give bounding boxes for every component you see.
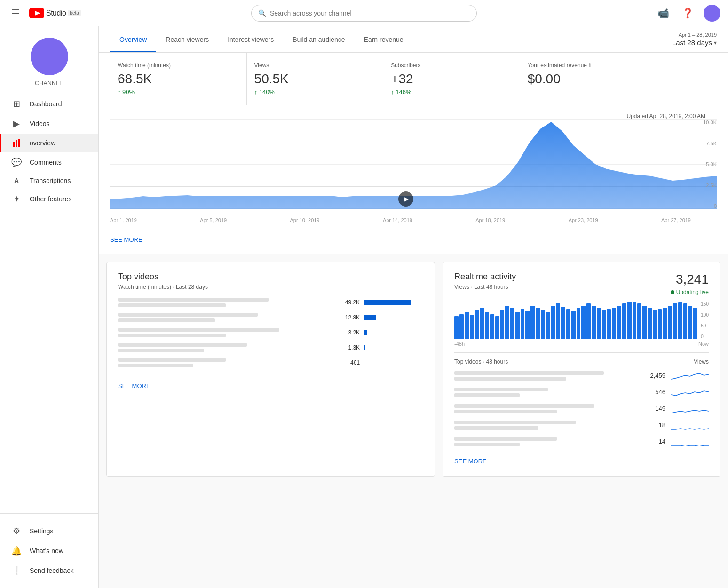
realtime-bar: [561, 307, 565, 339]
metric-views[interactable]: Views 50.5K ↑ 140%: [247, 53, 384, 105]
nav-left: ☰ Studio beta: [8, 4, 251, 23]
metric-label: Watch time (minutes): [118, 62, 239, 69]
user-avatar[interactable]: [704, 5, 720, 22]
search-icon: 🔍: [258, 9, 266, 17]
realtime-bar: [633, 302, 637, 339]
video-bar-container: 3.2K: [339, 329, 423, 336]
video-thumbnail: [118, 298, 333, 307]
sidebar-item-other[interactable]: ✦ Other features: [0, 189, 98, 209]
tab-interest[interactable]: Interest viewers: [218, 28, 283, 52]
top-videos-see-more[interactable]: SEE MORE: [118, 381, 150, 391]
top-videos-rt-header: Top videos · 48 hours Views: [454, 358, 709, 365]
realtime-bar: [683, 303, 688, 339]
channel-avatar[interactable]: [31, 38, 68, 75]
sidebar-item-label: Transcriptions: [30, 177, 71, 184]
sidebar-item-label: overview: [30, 139, 55, 147]
rt-video-count: 2,459: [647, 372, 665, 379]
chart-section: 0 2.5K 5.0K 7.5K 10.0K Apr 1, 2019 Apr 5…: [99, 119, 728, 254]
realtime-bar: [525, 311, 530, 339]
channel-label: Channel: [35, 80, 63, 87]
hamburger-icon[interactable]: ☰: [8, 4, 24, 23]
rt-video-count: 14: [647, 438, 665, 445]
realtime-bar: [642, 306, 647, 339]
beta-badge: beta: [68, 10, 80, 16]
analytics-icon: [11, 138, 22, 148]
sidebar-item-settings[interactable]: ⚙ Settings: [0, 521, 98, 541]
analytics-header: Overview Reach viewers Interest viewers …: [99, 26, 728, 53]
video-bar: [364, 300, 411, 305]
svg-rect-4: [18, 139, 20, 147]
logo: Studio beta: [29, 8, 81, 18]
realtime-bar: [485, 312, 489, 339]
date-selector[interactable]: Apr 1 – 28, 2019 Last 28 days ▾: [672, 26, 717, 52]
realtime-bar: [546, 312, 550, 339]
tab-reach[interactable]: Reach viewers: [156, 28, 218, 52]
metric-change: ↑ 140%: [254, 88, 376, 95]
realtime-see-more[interactable]: SEE MORE: [454, 456, 487, 467]
sidebar-item-analytics[interactable]: overview: [0, 134, 98, 152]
metric-change: ↑ 90%: [118, 88, 239, 95]
realtime-bar: [581, 306, 586, 339]
realtime-bar: [648, 308, 652, 339]
tab-audience[interactable]: Build an audience: [283, 28, 354, 52]
realtime-bar: [668, 306, 672, 339]
live-dot: [671, 290, 674, 294]
info-icon[interactable]: ℹ: [589, 62, 591, 69]
rt-sparkline: [671, 370, 709, 381]
realtime-count: 3,241: [671, 272, 709, 287]
upload-icon[interactable]: 📹: [655, 5, 672, 22]
play-icon[interactable]: [398, 191, 413, 207]
metric-watch-time[interactable]: Watch time (minutes) 68.5K ↑ 90%: [110, 53, 247, 105]
sidebar-item-videos[interactable]: ▶ Videos: [0, 114, 98, 134]
video-thumbnail: [118, 358, 333, 367]
realtime-bar: [454, 316, 459, 339]
realtime-bar: [673, 303, 677, 339]
sidebar-item-dashboard[interactable]: ⊞ Dashboard: [0, 94, 98, 114]
video-row: 1.3K: [118, 343, 423, 352]
realtime-bar: [536, 308, 540, 339]
nav-items: ⊞ Dashboard ▶ Videos overview 💬 Comments…: [0, 94, 98, 513]
realtime-bar: [521, 309, 525, 339]
rt-sparkline: [671, 419, 709, 431]
rt-y-axis: 0 50 100 150: [698, 302, 709, 339]
svg-rect-2: [13, 142, 15, 147]
tab-overview[interactable]: Overview: [110, 28, 156, 52]
sidebar-item-comments[interactable]: 💬 Comments: [0, 152, 98, 172]
video-count: 461: [339, 359, 360, 366]
transcriptions-icon: A: [11, 177, 22, 184]
help-icon[interactable]: ❓: [679, 5, 696, 22]
video-bar-container: 12.8K: [339, 314, 423, 321]
realtime-bar: [541, 310, 545, 339]
video-row: 49.2K: [118, 298, 423, 307]
tabs: Overview Reach viewers Interest viewers …: [110, 28, 413, 52]
top-videos-subtitle: Watch time (minutes) · Last 28 days: [118, 284, 423, 290]
feedback-icon: ❕: [11, 565, 22, 576]
rt-video-row: 546: [454, 386, 709, 398]
svg-marker-10: [110, 122, 717, 209]
realtime-bar: [607, 309, 611, 339]
updated-label: Updated Apr 28, 2019, 2:00 AM: [110, 105, 717, 119]
see-more-button[interactable]: SEE MORE: [110, 234, 142, 245]
updating-live: Updating live: [671, 289, 709, 295]
metric-value: $0.00: [528, 72, 709, 87]
realtime-bar: [597, 308, 601, 339]
realtime-bar: [515, 312, 520, 339]
rt-video-row: 2,459: [454, 370, 709, 381]
sidebar-item-label: What's new: [30, 547, 63, 555]
metric-value: 50.5K: [254, 72, 376, 87]
sidebar-item-label: Dashboard: [30, 100, 62, 108]
sidebar-item-feedback[interactable]: ❕ Send feedback: [0, 561, 98, 580]
search-bar[interactable]: 🔍: [251, 5, 477, 22]
metric-subscribers[interactable]: Subscribers +32 ↑ 146%: [383, 53, 520, 105]
sidebar-item-whatsnew[interactable]: 🔔 What's new: [0, 541, 98, 561]
realtime-bar: [566, 309, 570, 339]
metric-revenue[interactable]: Your estimated revenue ℹ $0.00: [520, 53, 717, 105]
search-input[interactable]: [270, 9, 470, 17]
top-videos-realtime: Top videos · 48 hours Views 2,459: [454, 352, 709, 447]
realtime-bar: [622, 303, 626, 339]
sidebar-item-transcriptions[interactable]: A Transcriptions: [0, 172, 98, 189]
realtime-bar: [459, 314, 464, 339]
realtime-bar: [653, 310, 657, 339]
youtube-logo: [29, 8, 44, 18]
tab-revenue[interactable]: Earn revenue: [355, 28, 413, 52]
